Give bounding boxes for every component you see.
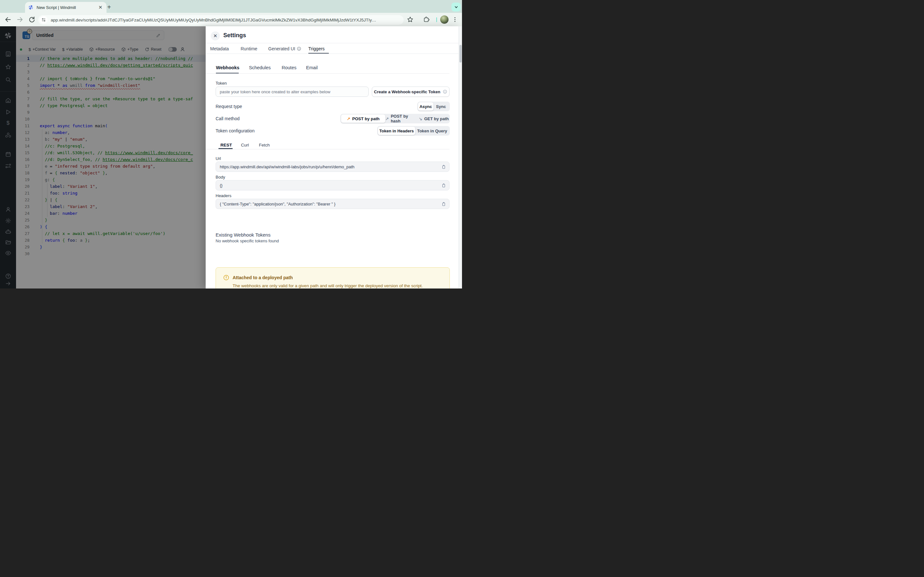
forward-button[interactable] [16,16,23,23]
chevron-down-icon [454,5,459,9]
browser-menu-button[interactable] [452,16,459,23]
arrow-down-right-icon: ↘ [419,116,422,121]
url-label: Url [216,156,221,161]
token-in-query[interactable]: Token in Query [415,127,449,135]
deployed-path-alert: Attached to a deployed path The webhooks… [216,268,450,288]
alert-body: The webhooks are only valid for a given … [233,284,423,288]
webhook-body-field[interactable]: {} [216,180,449,190]
browser-tab[interactable]: New Script | Windmill ✕ [25,2,107,13]
tab-runtime[interactable]: Runtime [241,45,257,53]
token-config-segmented: Token in Headers Token in Query [377,126,450,135]
request-type-sync[interactable]: Sync [433,102,449,111]
warning-circle-icon [223,274,229,281]
token-input[interactable] [216,87,368,97]
tab-curl[interactable]: Curl [241,142,249,148]
browser-window: New Script | Windmill ✕ + [0,0,462,288]
tab-triggers[interactable]: Triggers [309,45,325,53]
token-label: Token [216,81,227,85]
kebab-menu-icon [452,16,458,23]
webhook-headers-field[interactable]: { "Content-Type": "application/json", "A… [216,199,449,209]
tab-generated-ui[interactable]: Generated UI [268,45,301,53]
new-tab-button[interactable]: + [105,3,113,11]
call-method-post-by-hash[interactable]: ↗ POST by hash [385,114,418,123]
alert-title: Attached to a deployed path [233,275,292,280]
drawer-title: Settings [223,32,246,39]
request-type-segmented: Async Sync [417,102,450,111]
url-text[interactable]: app.windmill.dev/scripts/add#JTdCJTIyaGF… [51,18,376,23]
copy-icon[interactable] [441,201,446,206]
request-type-label: Request type [216,104,242,109]
drawer-scrollbar[interactable] [459,26,462,288]
create-webhook-token-button[interactable]: Create a Webhook-specific Token [372,87,449,97]
tab-close-icon[interactable]: ✕ [97,5,103,10]
divider [206,73,449,74]
divider [206,53,462,54]
tab-metadata[interactable]: Metadata [210,45,229,53]
modal-dim-overlay[interactable] [0,26,206,288]
call-method-segmented: ↗ POST by path ↗ POST by hash ↘ GET by p… [341,114,450,123]
info-icon [297,47,301,51]
settings-drawer: ✕ Settings Metadata Runtime Generated UI… [206,26,462,288]
call-method-get-by-path[interactable]: ↘ GET by path [418,114,449,123]
tab-rest[interactable]: REST [220,142,232,148]
subtab-schedules[interactable]: Schedules [249,64,271,71]
copy-icon[interactable] [441,183,446,188]
scrollbar-thumb[interactable] [459,45,462,63]
toolbar-divider [436,17,437,22]
info-icon [443,89,447,94]
subtab-webhooks[interactable]: Webhooks [216,64,239,71]
browser-tabstrip: New Script | Windmill ✕ + [0,0,462,13]
extensions-button[interactable] [423,16,430,23]
arrow-up-right-icon: ↗ [347,116,351,121]
site-settings-button[interactable] [40,16,47,24]
reload-button[interactable] [28,16,35,23]
request-type-async[interactable]: Async [418,102,433,111]
tab-fetch[interactable]: Fetch [259,142,270,148]
reload-icon [28,16,35,23]
call-method-label: Call method [216,116,240,121]
tab-title: New Script | Windmill [37,5,97,10]
existing-tokens-empty: No webhook specific tokens found [216,239,279,243]
copy-icon[interactable] [441,164,446,169]
url-bar[interactable]: app.windmill.dev/scripts/add#JTdCJTIyaGF… [38,15,404,25]
back-button[interactable] [5,16,11,23]
tune-icon [41,18,46,22]
tab-search-button[interactable] [451,3,461,11]
close-icon[interactable]: ✕ [211,31,220,40]
token-configuration-label: Token configuration [216,128,254,133]
body-label: Body [216,175,225,179]
profile-avatar[interactable] [440,15,449,24]
star-icon [407,16,414,23]
call-method-post-by-path[interactable]: ↗ POST by path [341,114,385,123]
windmill-favicon [28,5,33,10]
back-arrow-icon [5,16,11,23]
existing-tokens-title: Existing Webhook Tokens [216,232,270,237]
webhook-url-field[interactable]: https://app.windmill.dev/api/w/windmill-… [216,161,449,172]
arrow-up-right-icon: ↗ [385,116,389,121]
extensions-icon [423,16,430,23]
bookmark-button[interactable] [407,16,414,23]
subtab-email[interactable]: Email [306,64,318,71]
forward-arrow-icon [16,16,23,23]
subtab-routes[interactable]: Routes [282,64,296,71]
token-in-headers[interactable]: Token in Headers [378,127,415,135]
headers-label: Headers [216,193,231,198]
